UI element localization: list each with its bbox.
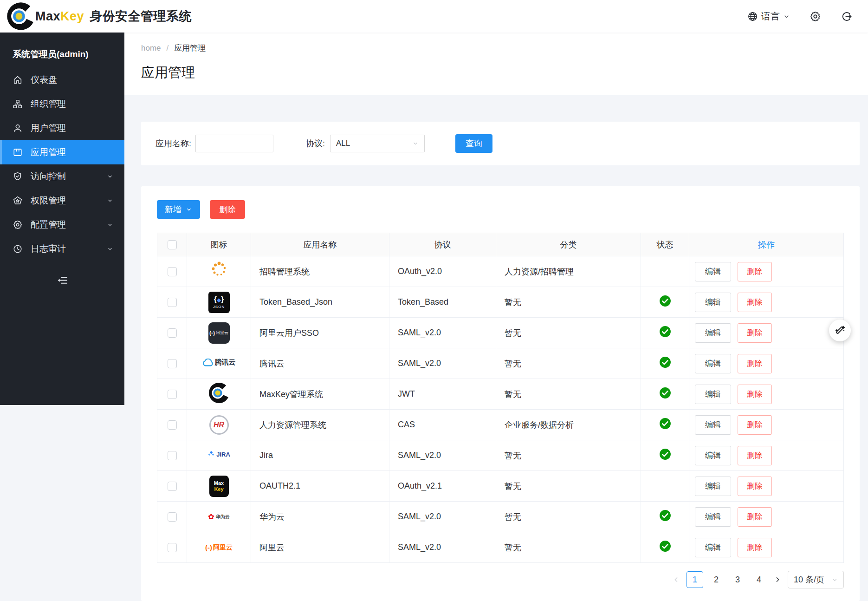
delete-row-button[interactable]: 删除: [738, 293, 772, 312]
pagination-next-icon[interactable]: [774, 576, 781, 583]
add-button[interactable]: 新增: [157, 200, 200, 219]
sidebar-item-权限管理[interactable]: 权限管理: [0, 189, 124, 213]
edit-button[interactable]: 编辑: [695, 415, 731, 435]
pagination-page-2[interactable]: 2: [708, 571, 725, 588]
column-header-icon: 图标: [187, 233, 251, 256]
magic-wand-icon: [834, 325, 846, 337]
row-checkbox[interactable]: [168, 543, 177, 552]
row-checkbox[interactable]: [168, 390, 177, 399]
bulk-delete-button[interactable]: 删除: [210, 200, 245, 219]
app-protocol: SAML_v2.0: [389, 502, 496, 532]
search-button[interactable]: 查询: [455, 134, 492, 153]
pagination-page-1[interactable]: 1: [687, 571, 703, 588]
sidebar-item-label: 访问控制: [31, 170, 66, 183]
sidebar-item-访问控制[interactable]: 访问控制: [0, 164, 124, 189]
permission-pentagon-icon: [13, 196, 23, 206]
pagination-page-4[interactable]: 4: [751, 571, 767, 588]
menu-fold-icon[interactable]: [56, 274, 69, 287]
app-category: 暂无: [496, 471, 641, 502]
table-row: MaxKey管理系统JWT暂无编辑删除: [157, 379, 844, 410]
brand: MaxKey 身份安全管理系统: [6, 2, 192, 31]
delete-row-button[interactable]: 删除: [738, 538, 772, 557]
edit-button[interactable]: 编辑: [695, 323, 731, 343]
app-name-input[interactable]: [195, 135, 273, 152]
protocol-select[interactable]: ALL: [330, 135, 425, 152]
app-name: 阿里云用户SSO: [251, 318, 389, 348]
edit-button[interactable]: 编辑: [695, 262, 731, 281]
globe-icon: [747, 11, 758, 22]
app-name: 腾讯云: [251, 348, 389, 379]
sidebar-item-配置管理[interactable]: 配置管理: [0, 213, 124, 237]
edit-button[interactable]: 编辑: [695, 354, 731, 373]
settings-gear-icon[interactable]: [810, 11, 821, 22]
app-status: [641, 256, 689, 287]
page-size-select[interactable]: 10 条/页: [788, 571, 844, 588]
app-protocol: SAML_v2.0: [389, 532, 496, 563]
user-icon: [13, 123, 23, 133]
app-category: 人力资源/招聘管理: [496, 256, 641, 287]
edit-button[interactable]: 编辑: [695, 477, 731, 496]
tencent-cloud-icon: 腾讯云: [202, 358, 236, 367]
edit-button[interactable]: 编辑: [695, 446, 731, 465]
app-category: 暂无: [496, 287, 641, 318]
shield-check-icon: [13, 171, 23, 182]
edit-button[interactable]: 编辑: [695, 507, 731, 527]
delete-row-button[interactable]: 删除: [738, 446, 772, 465]
app-status: [641, 410, 689, 440]
row-checkbox[interactable]: [168, 482, 177, 491]
delete-row-button[interactable]: 删除: [738, 354, 772, 373]
app-status: [641, 471, 689, 502]
chevron-down-icon: [107, 197, 113, 204]
logout-icon[interactable]: [841, 11, 852, 22]
delete-row-button[interactable]: 删除: [738, 323, 772, 343]
breadcrumb: home / 应用管理: [141, 43, 868, 53]
table-row: (-)阿里云阿里云用户SSOSAML_v2.0暂无编辑删除: [157, 318, 844, 348]
table-row: (-)阿里云阿里云SAML_v2.0暂无编辑删除: [157, 532, 844, 563]
row-checkbox[interactable]: [168, 451, 177, 460]
row-checkbox[interactable]: [168, 359, 177, 368]
pagination-prev-icon[interactable]: [673, 576, 680, 583]
page-size-value: 10 条/页: [794, 574, 824, 585]
app-category: 暂无: [496, 440, 641, 471]
app-name: 阿里云: [251, 532, 389, 563]
pagination-page-3[interactable]: 3: [729, 571, 746, 588]
sidebar-item-仪表盘[interactable]: 仪表盘: [0, 68, 124, 92]
sidebar-item-label: 权限管理: [31, 195, 66, 207]
delete-row-button[interactable]: 删除: [738, 262, 772, 281]
sidebar-user-title: 系统管理员(admin): [0, 33, 124, 63]
delete-row-button[interactable]: 删除: [738, 415, 772, 435]
delete-row-button[interactable]: 删除: [738, 385, 772, 404]
row-checkbox[interactable]: [168, 298, 177, 307]
column-header-name: 应用名称: [251, 233, 389, 256]
app-category: 暂无: [496, 318, 641, 348]
delete-row-button[interactable]: 删除: [738, 477, 772, 496]
app-status: [641, 348, 689, 379]
chevron-down-icon: [832, 577, 838, 583]
top-actions: 语言: [747, 10, 852, 23]
row-checkbox[interactable]: [168, 328, 177, 338]
edit-button[interactable]: 编辑: [695, 385, 731, 404]
app-name: Jira: [251, 440, 389, 471]
sidebar-item-组织管理[interactable]: 组织管理: [0, 92, 124, 116]
chevron-down-icon: [412, 140, 419, 147]
app-name: 招聘管理系统: [251, 256, 389, 287]
sidebar-item-应用管理[interactable]: 应用管理: [0, 140, 124, 164]
sidebar-item-日志审计[interactable]: 日志审计: [0, 237, 124, 261]
brand-max: Max: [35, 9, 60, 24]
app-protocol: JWT: [389, 379, 496, 410]
row-checkbox[interactable]: [168, 267, 177, 276]
edit-button[interactable]: 编辑: [695, 293, 731, 312]
row-checkbox[interactable]: [168, 420, 177, 430]
select-all-checkbox[interactable]: [168, 240, 177, 249]
magic-wand-button[interactable]: [829, 320, 851, 341]
edit-button[interactable]: 编辑: [695, 538, 731, 557]
check-circle-icon: [659, 295, 671, 307]
delete-row-button[interactable]: 删除: [738, 507, 772, 527]
page-head: home / 应用管理 应用管理: [124, 33, 868, 95]
language-menu[interactable]: 语言: [747, 10, 790, 23]
sidebar-item-用户管理[interactable]: 用户管理: [0, 116, 124, 140]
protocol-label: 协议:: [306, 138, 325, 149]
breadcrumb-home-link[interactable]: home: [141, 44, 161, 53]
row-checkbox[interactable]: [168, 512, 177, 522]
app-protocol: Token_Based: [389, 287, 496, 318]
